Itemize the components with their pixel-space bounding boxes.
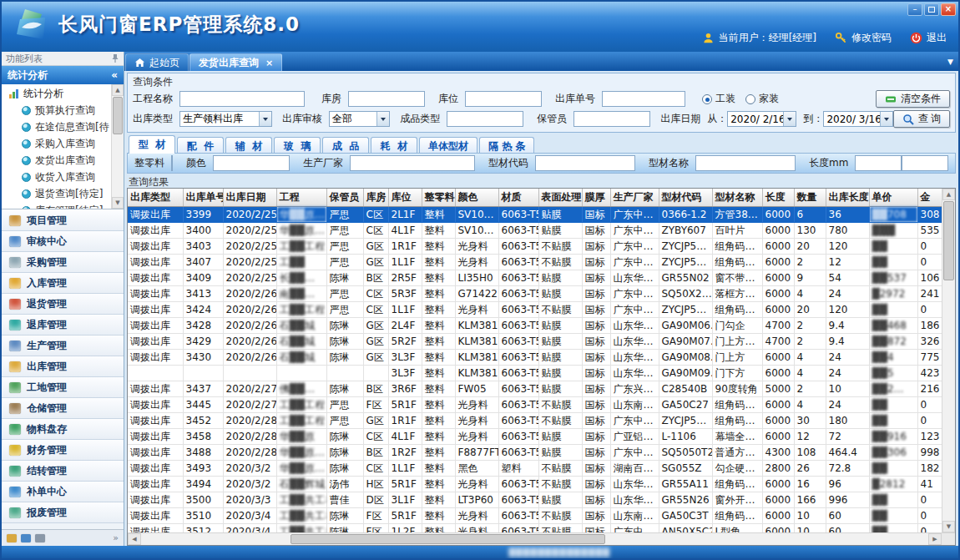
tree-scrollbar[interactable]: ▲ ▼ (111, 84, 124, 209)
length-from-input[interactable] (855, 155, 902, 171)
column-header[interactable]: 生产厂家 (610, 189, 659, 207)
material-tab[interactable]: 耗 材 (371, 137, 417, 154)
tab-shipment-outbound-query[interactable]: 发货出库查询 × (189, 53, 282, 71)
scrollbar-thumb[interactable] (113, 97, 123, 134)
table-row[interactable]: 调拨出库34932020/3/2华▓▓原…陈琳C区1L1F整料黑色塑料不贴膜国标… (128, 461, 942, 477)
minimize-button[interactable]: – (907, 3, 922, 16)
column-header[interactable]: 保管员 (326, 189, 363, 207)
column-header[interactable]: 出库日期 (223, 189, 276, 207)
gear-icon[interactable] (35, 534, 45, 542)
scrollbar-thumb[interactable] (291, 534, 605, 544)
material-tab[interactable]: 型 材 (129, 135, 175, 154)
work-type-radio[interactable]: 工装 (702, 92, 735, 106)
sidebar-menu-item[interactable]: 结转管理 (2, 461, 124, 482)
column-header[interactable]: 出库单号 (183, 189, 223, 207)
sidebar-menu-item[interactable]: 退库管理 (2, 315, 124, 335)
tab-close-icon[interactable]: × (265, 58, 273, 68)
column-header[interactable]: 长度 (762, 189, 794, 207)
table-row[interactable]: 调拨出库34302020/2/26石▓▓城陈琳G区3L3F整料KLM381760… (128, 350, 942, 366)
scroll-right-icon[interactable]: ▶ (928, 533, 942, 545)
project-name-input[interactable] (179, 91, 305, 107)
table-row[interactable]: 调拨出库34522020/2/28工▓▓工程严思G区1R1F整料光身料6063-… (128, 413, 942, 429)
table-row[interactable]: 调拨出库34372020/2/27佛▓▓…陈琳B区3R6F整料FW056063-… (128, 381, 942, 397)
keeper-input[interactable] (573, 111, 650, 127)
table-row[interactable]: 调拨出库34582020/2/28华▓▓原陈琳C区4L1F整料光身料6063-T… (128, 429, 942, 445)
sidebar-menu-item[interactable]: 退货管理 (2, 294, 124, 315)
column-header[interactable]: 表面处理 (538, 189, 582, 207)
table-row[interactable]: 调拨出库34002020/2/25华▓▓原…严思C区4L1F整料SV10…606… (128, 223, 942, 239)
scroll-down-icon[interactable]: ▼ (942, 521, 955, 532)
scroll-down-icon[interactable]: ▼ (112, 197, 124, 209)
column-header[interactable]: 库房 (363, 189, 388, 207)
table-row[interactable]: 调拨出库34282020/2/26石▓▓城陈琳G区2L4F整料KLM381760… (128, 318, 942, 334)
order-no-input[interactable] (602, 91, 685, 107)
column-header[interactable]: 工程 (276, 189, 326, 207)
scroll-up-icon[interactable]: ▲ (112, 84, 124, 96)
sidebar-menu-item[interactable]: 项目管理 (2, 210, 124, 231)
tree-item[interactable]: 在途信息查询[待 (2, 119, 111, 135)
column-header[interactable]: 材质 (498, 189, 538, 207)
table-row[interactable]: 调拨出库34072020/2/25工▓▓严思G区1L1F整料光身料6063-T5… (128, 255, 942, 270)
table-row[interactable]: 调拨出库35122020/3/4工▓▓共工程陈琳F区1L2F整料光身料6063-… (128, 524, 942, 533)
date-to-picker[interactable]: 2020/ 3/16 (823, 111, 892, 127)
material-tab[interactable]: 隔 热 条 (479, 137, 534, 154)
tree-item[interactable]: 采购入库查询 (2, 135, 111, 152)
sidebar-menu-item[interactable]: 工地管理 (2, 377, 124, 398)
audit-select[interactable]: 全部 (329, 111, 390, 127)
out-type-select[interactable]: 生产领料出库 (179, 111, 272, 127)
table-row[interactable]: 调拨出库34292020/2/26石▓▓城陈琳G区5R2F整料KLM381760… (128, 334, 942, 350)
logout-link[interactable]: 退出 (927, 31, 947, 45)
sidebar-menu-item[interactable]: 仓储管理 (2, 398, 124, 419)
collapse-icon[interactable]: « (111, 69, 118, 81)
sidebar-menu-item[interactable]: 补单中心 (2, 482, 124, 502)
sidebar-menu-item[interactable]: 采购管理 (2, 252, 124, 273)
table-row[interactable]: 3L3F整料KLM38176063-T5贴膜国标山东华…GA90M09.门下方6… (128, 366, 942, 381)
table-row[interactable]: 调拨出库34942020/3/2石▓▓辉城汤伟H区5R1F整料光身料6063-T… (128, 477, 942, 492)
product-type-input[interactable] (447, 111, 523, 127)
table-row[interactable]: 调拨出库34452020/2/27工▓▓工程严思F区5R1F整料光身料6063-… (128, 397, 942, 413)
material-tab[interactable]: 成 品 (322, 137, 369, 154)
grid-horizontal-scrollbar[interactable]: ◀ ▶ (128, 532, 955, 545)
sidebar-menu-item[interactable]: 入库管理 (2, 273, 124, 294)
more-tools-icon[interactable]: » (113, 532, 119, 543)
maximize-button[interactable] (924, 3, 939, 16)
tree-root-item[interactable]: 统计分析 (2, 85, 111, 102)
pin-icon[interactable] (111, 53, 119, 63)
sidebar-menu-item[interactable]: 生产管理 (2, 335, 124, 356)
table-row[interactable]: 调拨出库33992020/2/25华▓▓原…严思C区2L1F整料SV10…606… (128, 207, 942, 223)
column-header[interactable]: 颜色 (455, 189, 498, 207)
tab-start-page[interactable]: 起始页 (125, 53, 189, 71)
material-tab[interactable]: 配 件 (177, 137, 224, 154)
tree-item[interactable]: 收货入库查询 (2, 169, 111, 185)
color-input[interactable] (213, 155, 290, 171)
table-row[interactable]: 调拨出库34132020/2/26南▓▓…严思C区5R3F整料G71422606… (128, 286, 942, 302)
table-row[interactable]: 调拨出库34092020/2/25长▓▓…陈琳B区2R5F整料LI35H0606… (128, 270, 942, 286)
scroll-up-icon[interactable]: ▲ (942, 189, 955, 200)
clear-conditions-button[interactable]: 清空条件 (876, 90, 950, 108)
tab-list-chevron-icon[interactable]: ▼ (947, 58, 953, 66)
sidebar-menu-item[interactable]: 审核中心 (2, 231, 124, 252)
sidebar-menu-item[interactable]: 物料盘存 (2, 419, 124, 440)
date-from-picker[interactable]: 2020/ 2/16 (727, 111, 796, 127)
table-row[interactable]: 调拨出库34032020/2/25工▓▓工程严思G区1R1F整料光身料6063-… (128, 239, 942, 255)
sidebar-section-header[interactable]: 统计分析 « (2, 66, 124, 84)
column-header[interactable]: 单价 (869, 189, 917, 207)
table-row[interactable]: 调拨出库34242020/2/26工▓▓工程严思C区1L1F整料光身料6063-… (128, 302, 942, 318)
tree-item[interactable]: 发货出库查询 (2, 152, 111, 169)
table-row[interactable]: 调拨出库35102020/3/4工▓▓共工程陈琳F区5R1F整料光身料6063-… (128, 508, 942, 524)
material-tab[interactable]: 单体型材 (419, 137, 477, 154)
material-tab[interactable]: 玻 璃 (274, 137, 321, 154)
sidebar-menu-item[interactable]: 报废管理 (2, 502, 124, 523)
search-button[interactable]: 查 询 (893, 110, 950, 128)
sidebar-menu-item[interactable]: 财务管理 (2, 440, 124, 461)
tree-item[interactable]: 预算执行查询 (2, 102, 111, 119)
material-tab[interactable]: 辅 材 (225, 137, 272, 154)
length-to-input[interactable] (902, 155, 948, 171)
sidebar-menu-item[interactable]: 出库管理 (2, 356, 124, 377)
profile-name-input[interactable] (695, 155, 796, 171)
close-button[interactable]: × (941, 3, 956, 16)
column-header[interactable]: 金 (917, 189, 942, 207)
column-header[interactable]: 数量 (794, 189, 826, 207)
whole-partial-select[interactable]: 全部 (171, 155, 173, 171)
warehouse-input[interactable] (348, 91, 425, 107)
